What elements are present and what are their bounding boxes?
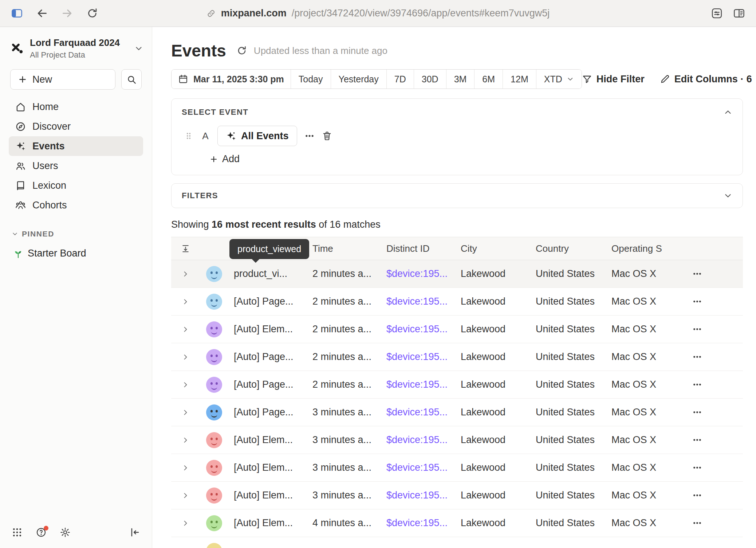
range-6m-button[interactable]: 6M: [475, 70, 503, 89]
collapse-all-button[interactable]: [181, 244, 190, 254]
table-row[interactable]: [Auto] Elem... 3 minutes a... $device:19…: [171, 482, 743, 509]
column-header-time[interactable]: Time: [312, 243, 386, 254]
table-row[interactable]: [Auto] Page... 3 minutes a... $device:19…: [171, 399, 743, 426]
table-row[interactable]: [171, 537, 743, 548]
add-event-button[interactable]: Add: [209, 153, 240, 165]
sidebar-item-users[interactable]: Users: [9, 156, 143, 176]
event-name[interactable]: [Auto] Elem...: [229, 434, 312, 446]
row-menu-button[interactable]: [692, 380, 702, 390]
event-name[interactable]: [Auto] Elem...: [229, 462, 312, 473]
apps-grid-button[interactable]: [12, 527, 23, 538]
cell-distinct-id[interactable]: $device:195...: [386, 351, 461, 363]
range-yesterday-button[interactable]: Yesterday: [331, 70, 387, 89]
row-menu-button[interactable]: [692, 435, 702, 445]
table-row[interactable]: [Auto] Page... 2 minutes a... $device:19…: [171, 343, 743, 371]
back-button[interactable]: [36, 7, 48, 19]
table-row[interactable]: product_vi... 2 minutes a... $device:195…: [171, 260, 743, 288]
expand-row-button[interactable]: [182, 492, 189, 499]
range-3m-button[interactable]: 3M: [446, 70, 475, 89]
expand-row-button[interactable]: [182, 409, 189, 416]
cell-distinct-id[interactable]: $device:195...: [386, 407, 461, 418]
event-name[interactable]: [Auto] Elem...: [229, 324, 312, 335]
expand-filters-button[interactable]: [724, 191, 732, 200]
row-menu-button[interactable]: [692, 490, 702, 500]
sidebar-item-home[interactable]: Home: [9, 97, 143, 117]
table-row[interactable]: [Auto] Elem... 2 minutes a... $device:19…: [171, 316, 743, 343]
cell-distinct-id[interactable]: $device:195...: [386, 268, 461, 279]
event-name[interactable]: [Auto] Page...: [229, 351, 312, 363]
table-row[interactable]: [Auto] Elem... 4 minutes a... $device:19…: [171, 509, 743, 537]
pinned-section-header[interactable]: PINNED: [0, 230, 152, 238]
row-menu-button[interactable]: [692, 463, 702, 473]
expand-row-button[interactable]: [182, 353, 189, 361]
table-row[interactable]: [Auto] Elem... 3 minutes a... $device:19…: [171, 454, 743, 482]
delete-event-button[interactable]: [322, 131, 332, 141]
cell-distinct-id[interactable]: $device:195...: [386, 517, 461, 529]
column-header-city[interactable]: City: [461, 243, 536, 254]
forward-button[interactable]: [61, 7, 73, 19]
event-name[interactable]: product_vi...: [229, 268, 312, 279]
refresh-button[interactable]: [236, 45, 247, 56]
sidebar-item-lexicon[interactable]: Lexicon: [9, 176, 143, 195]
cell-distinct-id[interactable]: $device:195...: [386, 324, 461, 335]
settings-button[interactable]: [60, 527, 71, 538]
event-options-button[interactable]: [304, 131, 315, 141]
edit-columns-button[interactable]: Edit Columns · 6: [660, 74, 752, 85]
expand-row-button[interactable]: [182, 437, 189, 444]
range-xtd-button[interactable]: XTD: [536, 70, 582, 89]
event-name[interactable]: [Auto] Elem...: [229, 517, 312, 529]
pinned-item-starter-board[interactable]: Starter Board: [0, 248, 152, 259]
event-selector-button[interactable]: All Events: [217, 126, 297, 146]
address-bar[interactable]: mixpanel.com/project/3472420/view/397469…: [206, 8, 550, 19]
row-menu-button[interactable]: [692, 352, 702, 362]
expand-row-button[interactable]: [182, 520, 189, 527]
help-button[interactable]: [36, 527, 47, 538]
row-menu-button[interactable]: [692, 297, 702, 306]
workspace-switcher[interactable]: Lord Farquaad 2024 All Project Data: [0, 27, 152, 60]
search-button[interactable]: [121, 69, 142, 90]
date-picker-button[interactable]: Mar 11, 2025 3:30 pm: [172, 70, 291, 89]
range-today-button[interactable]: Today: [291, 70, 331, 89]
collapse-sidebar-button[interactable]: [129, 527, 140, 538]
expand-row-button[interactable]: [182, 464, 189, 471]
cell-distinct-id[interactable]: $device:195...: [386, 490, 461, 501]
cell-distinct-id[interactable]: $device:195...: [386, 462, 461, 473]
hide-filter-button[interactable]: Hide Filter: [582, 74, 645, 85]
new-button[interactable]: New: [10, 69, 115, 90]
range-12m-button[interactable]: 12M: [503, 70, 536, 89]
row-menu-button[interactable]: [692, 407, 702, 417]
row-menu-button[interactable]: [692, 518, 702, 528]
reload-button[interactable]: [86, 7, 98, 19]
column-header-os[interactable]: Operating S: [611, 243, 686, 254]
range-30d-button[interactable]: 30D: [414, 70, 446, 89]
cell-distinct-id[interactable]: $device:195...: [386, 296, 461, 307]
event-name[interactable]: [Auto] Elem...: [229, 490, 312, 501]
expand-row-button[interactable]: [182, 326, 189, 333]
cell-distinct-id[interactable]: $device:195...: [386, 434, 461, 446]
collapse-panel-button[interactable]: [724, 108, 732, 117]
expand-row-button[interactable]: [182, 381, 189, 388]
column-header-country[interactable]: Country: [536, 243, 611, 254]
expand-row-button[interactable]: [182, 270, 189, 278]
sidebar-item-events[interactable]: Events: [9, 136, 143, 156]
cell-country: United States: [536, 351, 611, 363]
browser-extensions-button[interactable]: [711, 7, 723, 19]
row-menu-button[interactable]: [692, 269, 702, 279]
drag-handle[interactable]: [184, 131, 193, 141]
cell-distinct-id[interactable]: $device:195...: [386, 379, 461, 390]
sidebar-item-cohorts[interactable]: Cohorts: [9, 195, 143, 215]
event-name[interactable]: [Auto] Page...: [229, 407, 312, 418]
row-menu-button[interactable]: [692, 324, 702, 334]
event-name[interactable]: [Auto] Page...: [229, 296, 312, 307]
column-header-distinct-id[interactable]: Distinct ID: [386, 243, 461, 254]
event-name[interactable]: [Auto] Page...: [229, 379, 312, 390]
sidebar-toggle-button[interactable]: [11, 7, 23, 19]
table-row[interactable]: [Auto] Page... 2 minutes a... $device:19…: [171, 288, 743, 316]
expand-row-button[interactable]: [182, 298, 189, 305]
table-row[interactable]: [Auto] Elem... 3 minutes a... $device:19…: [171, 426, 743, 454]
row-menu-button[interactable]: [692, 546, 702, 548]
range-7d-button[interactable]: 7D: [387, 70, 414, 89]
table-row[interactable]: [Auto] Page... 2 minutes a... $device:19…: [171, 371, 743, 399]
split-view-button[interactable]: [733, 7, 745, 19]
sidebar-item-discover[interactable]: Discover: [9, 117, 143, 136]
